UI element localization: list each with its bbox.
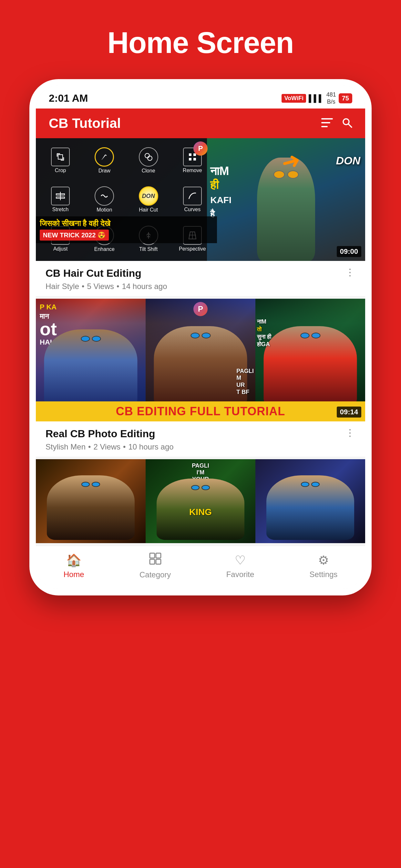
tool-clone: Clone	[127, 142, 170, 179]
nav-category-label: Category	[140, 570, 171, 579]
video-category-2: Stylish Men	[45, 442, 86, 452]
king-text: KING	[189, 507, 212, 517]
video-duration-1: 09:00	[337, 246, 361, 257]
person-col3-shape	[264, 326, 357, 407]
stretch-icon	[51, 187, 70, 206]
video-info-1: CB Hair Cut Editing ⋮ Hair Style • 5 Vie…	[36, 261, 365, 296]
third-thumbnail: PAGLII'MYOURNEXT BF KING	[36, 459, 365, 543]
nav-settings-label: Settings	[310, 570, 338, 579]
curves-icon	[183, 187, 202, 206]
battery-indicator: 75	[339, 93, 352, 103]
app-bar: CB Tutorial	[36, 108, 365, 138]
more-options-1[interactable]: ⋮	[345, 268, 356, 277]
nav-favorite-label: Favorite	[226, 570, 254, 579]
bottom-navigation: 🏠 Home Category ♡ Favorite	[36, 546, 365, 589]
video-info-2: Real CB Photo Editing ⋮ Stylish Men • 2 …	[36, 422, 365, 457]
video-title-row-2: Real CB Photo Editing ⋮	[45, 428, 356, 440]
video-duration-2: 09:14	[337, 407, 361, 417]
promo-banner: NEW TRICK 2022 😍	[40, 229, 109, 241]
svg-point-6	[145, 153, 150, 158]
third-person-3	[266, 475, 354, 540]
svg-rect-28	[150, 559, 155, 564]
home-icon: 🏠	[66, 553, 81, 567]
motion-icon	[95, 186, 114, 206]
category-icon	[149, 553, 161, 568]
status-bar: 2:01 AM VoWiFi ▌▌▌ 481B/s 75	[36, 86, 365, 108]
nama-text: नाM ही KAFIहै	[210, 164, 231, 220]
tool-stretch: Stretch	[39, 181, 82, 219]
col3-text: नाMतोसुना हीहोGA	[257, 318, 271, 348]
clone-icon	[139, 147, 158, 166]
status-time: 2:01 AM	[49, 92, 88, 104]
don-text: DON	[336, 154, 360, 167]
person-col2-shape	[154, 326, 247, 407]
video-time-1: 14 hours ago	[122, 282, 167, 291]
video-thumbnail-2[interactable]: P KA मान ot HAI	[36, 299, 365, 422]
video-views-1: 5 Views	[87, 282, 114, 291]
nav-settings[interactable]: ⚙ Settings	[310, 553, 338, 579]
network-badge: VoWiFi	[281, 94, 306, 103]
app-bar-actions	[321, 118, 352, 129]
svg-rect-10	[189, 158, 191, 160]
video-thumbnail-1[interactable]: Crop Draw	[36, 138, 365, 261]
picsart-logo: P	[193, 142, 208, 156]
person-col1-shape	[44, 330, 137, 407]
third-col-1	[36, 459, 146, 543]
video-meta-1: Hair Style • 5 Views • 14 hours ago	[45, 282, 356, 291]
favorite-icon: ♡	[235, 553, 246, 567]
svg-rect-5	[58, 155, 63, 159]
svg-rect-8	[189, 153, 191, 156]
hindi-overlay: जिसको सीखना है वही देखे NEW TRICK 2022 😍	[36, 216, 217, 243]
hindi-text: जिसको सीखना है वही देखे	[40, 219, 213, 228]
nav-favorite[interactable]: ♡ Favorite	[226, 553, 254, 579]
more-options-2[interactable]: ⋮	[345, 428, 356, 438]
video-time-2: 10 hours ago	[128, 442, 174, 452]
video-category-1: Hair Style	[45, 282, 79, 291]
signal-icon: ▌▌▌	[309, 94, 324, 103]
svg-line-4	[348, 124, 351, 127]
video-card-3[interactable]: PAGLII'MYOURNEXT BF KING	[36, 459, 365, 543]
svg-rect-26	[150, 553, 155, 558]
svg-rect-27	[156, 553, 161, 558]
phone-screen: 2:01 AM VoWiFi ▌▌▌ 481B/s 75 CB Tutorial	[36, 86, 365, 589]
collage-banner-text: CB EDITING FULL TUTORIAL	[116, 405, 285, 418]
tool-haircut: DON Hair Cut	[127, 181, 170, 219]
search-icon[interactable]	[342, 118, 352, 129]
svg-rect-0	[321, 118, 333, 120]
video-title-1: CB Hair Cut Editing	[45, 268, 142, 279]
video-views-2: 2 Views	[93, 442, 120, 452]
svg-rect-1	[321, 122, 330, 123]
tool-crop: Crop	[39, 142, 82, 179]
third-person-1	[47, 475, 135, 540]
third-col-2: PAGLII'MYOURNEXT BF KING	[146, 459, 255, 543]
video-thumbnail-3[interactable]: PAGLII'MYOURNEXT BF KING	[36, 459, 365, 543]
page-title: Home Screen	[107, 26, 294, 60]
status-icons: VoWiFi ▌▌▌ 481B/s 75	[281, 91, 352, 105]
third-col-3	[255, 459, 365, 543]
filter-icon[interactable]	[321, 118, 333, 128]
video-title-2: Real CB Photo Editing	[45, 428, 155, 440]
svg-rect-2	[321, 126, 328, 127]
app-title: CB Tutorial	[49, 116, 121, 131]
svg-rect-29	[156, 559, 161, 564]
collage-banner: CB EDITING FULL TUTORIAL	[36, 401, 365, 422]
settings-icon: ⚙	[318, 553, 329, 567]
tool-motion: Motion	[83, 181, 126, 219]
nav-home[interactable]: 🏠 Home	[64, 553, 84, 579]
svg-rect-11	[193, 158, 196, 160]
draw-icon	[95, 147, 114, 166]
collage-thumbnail: P KA मान ot HAI	[36, 299, 365, 422]
notch	[165, 86, 236, 102]
col2-text: PAGLIMURT BF	[236, 368, 254, 396]
tool-draw: Draw	[83, 142, 126, 179]
video-title-row-1: CB Hair Cut Editing ⋮	[45, 268, 356, 279]
haircut-icon: DON	[139, 186, 158, 206]
phone-frame: 2:01 AM VoWiFi ▌▌▌ 481B/s 75 CB Tutorial	[29, 79, 372, 595]
video-card-1[interactable]: Crop Draw	[36, 138, 365, 296]
speed-display: 481B/s	[327, 91, 336, 105]
crop-icon	[51, 148, 70, 166]
nav-category[interactable]: Category	[140, 553, 171, 579]
picsart-logo-2: P	[193, 302, 208, 316]
video-meta-2: Stylish Men • 2 Views • 10 hours ago	[45, 442, 356, 452]
video-card-2[interactable]: P KA मान ot HAI	[36, 299, 365, 457]
